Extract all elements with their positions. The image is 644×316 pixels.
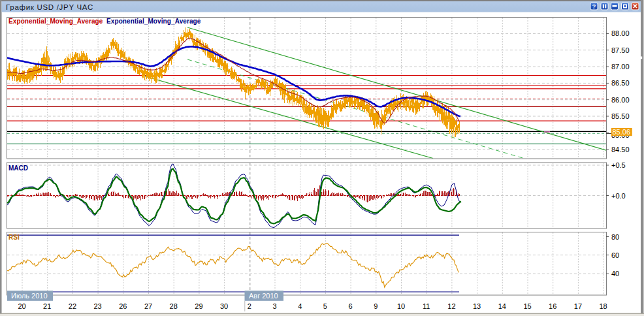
svg-text:15: 15 — [523, 302, 531, 310]
svg-text:16: 16 — [549, 302, 556, 310]
svg-text:21: 21 — [43, 302, 51, 310]
svg-text:9: 9 — [374, 302, 378, 310]
svg-text:Авг 2010: Авг 2010 — [249, 292, 278, 300]
svg-text:17: 17 — [574, 302, 582, 310]
svg-text:26: 26 — [119, 302, 127, 310]
svg-text:88.00: 88.00 — [611, 29, 630, 37]
svg-text:14: 14 — [498, 302, 506, 310]
svg-text:2: 2 — [248, 302, 251, 310]
svg-text:4: 4 — [298, 302, 302, 310]
svg-text:12: 12 — [447, 302, 455, 310]
svg-text:40: 40 — [611, 270, 619, 277]
svg-text:Exponential_Moving_Average: Exponential_Moving_Average — [106, 18, 201, 25]
svg-text:22: 22 — [69, 302, 76, 310]
svg-text:13: 13 — [473, 302, 481, 310]
svg-text:84.50: 84.50 — [611, 146, 630, 153]
svg-text:+0.0: +0.0 — [611, 192, 626, 200]
svg-text:20: 20 — [18, 302, 25, 310]
svg-text:RSI: RSI — [8, 234, 20, 241]
svg-text:86.00: 86.00 — [611, 96, 630, 104]
svg-text:Exponential_Moving_Average: Exponential_Moving_Average — [8, 18, 103, 25]
svg-text:11: 11 — [423, 302, 430, 310]
svg-text:86.50: 86.50 — [611, 79, 630, 87]
svg-text:3: 3 — [272, 302, 276, 310]
svg-text:+0.5: +0.5 — [611, 161, 626, 169]
svg-text:?: ? — [592, 3, 596, 10]
svg-text:График USD /JPY ЧАС: График USD /JPY ЧАС — [6, 3, 93, 11]
svg-text:MACD: MACD — [8, 165, 28, 172]
svg-text:85.06: 85.06 — [613, 128, 631, 136]
svg-text:18: 18 — [599, 302, 607, 310]
svg-text:5: 5 — [323, 302, 327, 310]
svg-text:87.50: 87.50 — [611, 46, 630, 54]
svg-text:29: 29 — [195, 302, 202, 310]
svg-text:85.50: 85.50 — [611, 112, 630, 120]
svg-text:✕: ✕ — [632, 3, 637, 10]
svg-text:23: 23 — [93, 302, 101, 310]
svg-text:6: 6 — [349, 302, 353, 310]
svg-text:27: 27 — [144, 302, 152, 310]
svg-text:30: 30 — [220, 302, 228, 310]
svg-text:87.00: 87.00 — [611, 63, 630, 71]
svg-text:10: 10 — [397, 302, 405, 310]
svg-text:80: 80 — [611, 233, 619, 241]
svg-text:60: 60 — [611, 251, 619, 259]
svg-text:28: 28 — [170, 302, 178, 310]
svg-text:Июль 2010: Июль 2010 — [11, 292, 48, 300]
